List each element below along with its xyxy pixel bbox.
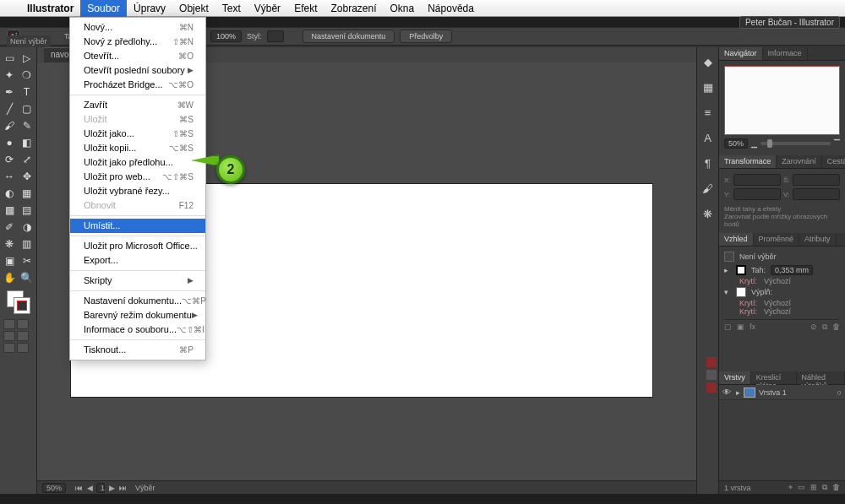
menu-okna[interactable]: Okna <box>384 0 422 17</box>
free-transform-tool[interactable]: ✥ <box>19 169 35 184</box>
new-sublayer-icon[interactable]: ⊞ <box>810 483 817 492</box>
y-field[interactable] <box>733 188 781 200</box>
panel-b-icon[interactable] <box>706 370 717 380</box>
obj-opacity-value[interactable]: Výchozí <box>764 307 791 316</box>
draw-mode-icons[interactable] <box>2 319 35 353</box>
stroke-swatch[interactable] <box>14 297 30 314</box>
tab-attributes[interactable]: Atributy <box>799 233 837 246</box>
menuitem-ulo-it-kopii-[interactable]: Uložit kopii...⌥⌘S <box>70 141 205 155</box>
new-stroke-icon[interactable]: ▣ <box>737 322 744 332</box>
artboard-tool[interactable]: ▣ <box>2 253 17 268</box>
menuitem-ulo-it-jako-p-edlohu-[interactable]: Uložit jako předlohu... <box>70 155 205 170</box>
layer-name[interactable]: Vrstva 1 <box>759 388 787 397</box>
menu-nápověda[interactable]: Nápověda <box>421 0 481 17</box>
menuitem-ulo-it-jako-[interactable]: Uložit jako...⇧⌘S <box>70 127 205 141</box>
menuitem-export-[interactable]: Export... <box>70 253 205 268</box>
tab-separations[interactable]: Náhled výtažků <box>797 371 845 384</box>
shape-builder-tool[interactable]: ◐ <box>2 186 17 201</box>
tab-navigator[interactable]: Navigátor <box>719 47 763 60</box>
tab-layers[interactable]: Vrstvy <box>719 371 751 384</box>
perspective-tool[interactable]: ▦ <box>19 186 35 201</box>
menuitem-ulo-it-pro-web-[interactable]: Uložit pro web...⌥⇧⌘S <box>70 170 205 184</box>
tab-transform[interactable]: Transformace <box>719 155 777 168</box>
trash-icon[interactable]: 🗑 <box>832 322 840 332</box>
symbol-sprayer-tool[interactable]: ❋ <box>2 236 17 252</box>
menuitem-ulo-it-vybran-ezy-[interactable]: Uložit vybrané řezy... <box>70 184 205 198</box>
add-effect-icon[interactable]: fx <box>750 322 755 332</box>
menu-úpravy[interactable]: Úpravy <box>127 0 172 17</box>
menu-text[interactable]: Text <box>215 0 248 17</box>
mesh-tool[interactable]: ▩ <box>2 203 17 218</box>
stroke-panel-icon[interactable]: ≡ <box>701 106 715 120</box>
make-clip-icon[interactable]: ▭ <box>798 483 805 492</box>
menuitem-nov-z-p-edlohy-[interactable]: Nový z předlohy...⇧⌘N <box>70 35 205 49</box>
zoom-in-icon[interactable]: ▔ <box>834 139 840 148</box>
menuitem-barevn-re-im-dokumentu[interactable]: Barevný režim dokumentu▶ <box>70 308 205 322</box>
menuitem-otev-t-posledn-soubory[interactable]: Otevřít poslední soubory▶ <box>70 63 205 78</box>
navigator-zoom-slider[interactable] <box>760 142 831 145</box>
style-field[interactable] <box>267 30 284 42</box>
pencil-tool[interactable]: ✎ <box>19 118 35 133</box>
menuitem-skripty[interactable]: Skripty▶ <box>70 274 205 288</box>
zoom-out-icon[interactable]: ▁ <box>751 139 757 148</box>
menuitem-tisknout-[interactable]: Tisknout...⌘P <box>70 343 205 357</box>
menuitem-informace-o-souboru-[interactable]: Informace o souboru...⌥⇧⌘I <box>70 322 205 337</box>
menuitem-nastaven-dokumentu-[interactable]: Nastavení dokumentu...⌥⌘P <box>70 294 205 308</box>
color-panel-icon[interactable]: ◆ <box>701 56 715 69</box>
line-tool[interactable]: ╱ <box>2 101 17 117</box>
duplicate-item-icon[interactable]: ⧉ <box>822 322 827 332</box>
new-layer-icon[interactable]: ⧉ <box>822 483 827 492</box>
type-tool[interactable]: T <box>19 84 35 100</box>
menuitem-ulo-it-pro-microsoft-office-[interactable]: Uložit pro Microsoft Office... <box>70 239 205 253</box>
slice-tool[interactable]: ✂ <box>19 253 35 268</box>
align-pixel-grid-check[interactable]: Zarovnat podle mřížky obrazových bodů <box>724 213 840 228</box>
lasso-tool[interactable]: ❍ <box>19 68 35 83</box>
scale-tool[interactable]: ⤢ <box>19 152 35 167</box>
paragraph-panel-icon[interactable]: ¶ <box>701 157 715 171</box>
zoom-tool[interactable]: 🔍 <box>19 270 35 285</box>
selection-tool[interactable]: ▭ <box>2 51 17 66</box>
locate-icon[interactable]: ⌖ <box>788 483 793 492</box>
blend-tool[interactable]: ◑ <box>19 219 35 235</box>
visibility-icon[interactable]: 👁 <box>722 387 733 397</box>
menuitem-zav-t[interactable]: Zavřít⌘W <box>70 98 205 112</box>
fill-stroke-swatch[interactable] <box>7 290 30 314</box>
delete-layer-icon[interactable]: 🗑 <box>832 483 840 492</box>
graph-tool[interactable]: ▥ <box>19 236 35 252</box>
brushes-panel-icon[interactable]: 🖌 <box>701 182 715 196</box>
menuitem-um-stit-[interactable]: Umístit... <box>70 219 205 233</box>
w-field[interactable] <box>793 174 840 186</box>
swatches-panel-icon[interactable]: ▦ <box>701 81 715 95</box>
target-icon[interactable]: ○ <box>837 388 842 397</box>
menu-výběr[interactable]: Výběr <box>248 0 287 17</box>
blob-brush-tool[interactable]: ● <box>2 135 17 150</box>
panel-c-icon[interactable] <box>706 382 717 393</box>
type-panel-icon[interactable]: A <box>701 132 715 145</box>
tab-pathfinder[interactable]: Cestář <box>822 155 845 168</box>
menuitem-otev-t-[interactable]: Otevřít...⌘O <box>70 49 205 63</box>
direct-selection-tool[interactable]: ▷ <box>19 51 35 66</box>
stroke-opacity-value[interactable]: Výchozí <box>764 277 791 285</box>
hand-tool[interactable]: ✋ <box>2 270 17 285</box>
menu-efekt[interactable]: Efekt <box>287 0 324 17</box>
gradient-tool[interactable]: ▤ <box>19 203 35 218</box>
eyedropper-tool[interactable]: ✐ <box>2 219 17 235</box>
menu-objekt[interactable]: Objekt <box>172 0 215 17</box>
scale-strokes-check[interactable]: Měnit tahy a efekty <box>724 205 840 213</box>
app-name[interactable]: Illustrator <box>20 3 80 14</box>
panel-a-icon[interactable] <box>706 357 717 367</box>
artboard-nav[interactable]: ⏮◀ 1 ▶⏭ <box>74 483 127 493</box>
rectangle-tool[interactable]: ▢ <box>19 101 35 117</box>
user-chip[interactable]: Peter Bučan - Illustrator <box>739 16 840 29</box>
document-setup-button[interactable]: Nastavení dokumentu <box>303 30 395 43</box>
pen-tool[interactable]: ✒ <box>2 84 17 100</box>
h-field[interactable] <box>793 188 840 200</box>
menuitem-proch-zet-bridge-[interactable]: Procházet Bridge...⌥⌘O <box>70 78 205 92</box>
x-field[interactable] <box>733 174 781 186</box>
zoom-field[interactable]: 50% <box>42 483 66 493</box>
fill-opacity-value[interactable]: Výchozí <box>764 299 791 307</box>
eraser-tool[interactable]: ◧ <box>19 135 35 150</box>
preferences-button[interactable]: Předvolby <box>400 30 452 43</box>
opacity-field[interactable]: 100% <box>210 30 242 42</box>
paintbrush-tool[interactable]: 🖌 <box>2 118 17 133</box>
